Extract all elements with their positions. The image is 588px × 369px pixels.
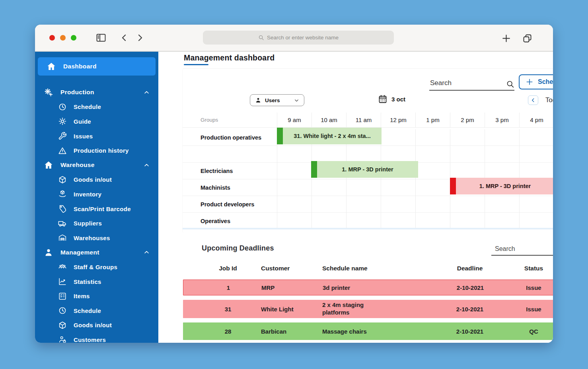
today-button[interactable]: Today	[545, 96, 553, 104]
sidebar-item-issues[interactable]: Issues	[35, 129, 158, 144]
address-bar-placeholder: Search or enter website name	[267, 35, 339, 41]
cell-job-id: 31	[183, 306, 261, 313]
sidebar-item-staff-groups[interactable]: Staff & Groups	[35, 260, 158, 274]
selected-date: 3 oct	[391, 96, 405, 103]
column-header-status: Status	[500, 265, 553, 272]
gantt-time-header: 4 pm	[519, 113, 553, 128]
sidebar-item-label: Schedule	[74, 103, 101, 110]
gantt-row-label: Machinists	[183, 179, 277, 196]
cell-schedule-name: 2 x 4m staging platforms	[322, 301, 388, 317]
person-icon	[44, 248, 53, 257]
warehouse-icon	[58, 233, 67, 242]
date-picker[interactable]: 3 oct	[378, 94, 405, 104]
users-dropdown-value: Users	[265, 97, 280, 103]
sidebar-item-schedule[interactable]: Schedule	[35, 100, 158, 115]
chevron-up-icon[interactable]	[144, 249, 150, 255]
add-schedule-button[interactable]: Schedule	[519, 74, 553, 89]
gantt-bar-white-light[interactable]: 31. White light - 2 x 4m sta...	[277, 128, 382, 144]
users-dropdown[interactable]: Users	[250, 94, 304, 106]
sidebar-item-schedule-management[interactable]: Schedule	[35, 303, 158, 318]
gantt-cell	[312, 213, 346, 229]
sidebar-item-label: Management	[60, 249, 99, 256]
clock-icon	[58, 103, 67, 111]
minimize-window-button[interactable]	[60, 35, 66, 41]
gantt-cell	[415, 146, 450, 163]
cell-deadline: 2-10-2021	[428, 306, 500, 313]
sidebar-item-statistics[interactable]: Statistics	[35, 274, 158, 289]
gantt-cell	[346, 213, 381, 229]
gantt-cell	[346, 196, 381, 213]
table-row[interactable]: 31 White Light 2 x 4m staging platforms …	[183, 300, 553, 318]
truck-icon	[58, 219, 67, 228]
deadlines-search-input[interactable]: Search	[495, 245, 515, 252]
gantt-time-header: 2 pm	[450, 113, 485, 128]
sidebar-item-label: Schedule	[74, 307, 101, 314]
gantt-cell	[485, 146, 519, 163]
box-hand-icon	[58, 190, 67, 198]
gantt-cell	[519, 213, 553, 229]
sidebar-toggle-icon[interactable]	[95, 32, 107, 43]
gantt-cell	[485, 196, 519, 213]
sidebar-item-label: Items	[74, 293, 90, 299]
sidebar-item-warehouses[interactable]: Warehouses	[35, 231, 158, 245]
table-row[interactable]: 28 Barbican Massage chairs 2-10-2021 QC	[183, 322, 553, 340]
gantt-cell	[415, 179, 450, 196]
address-bar[interactable]: Search or enter website name	[203, 31, 394, 45]
table-row[interactable]: 1 MRP 3d printer 2-10-2021 Issue	[183, 280, 553, 295]
sidebar-item-guide[interactable]: Guide	[35, 114, 158, 129]
previous-day-button[interactable]	[528, 95, 538, 105]
browser-back-button[interactable]	[119, 33, 129, 43]
sidebar-item-production-history[interactable]: Production history	[35, 143, 158, 158]
column-header-customer: Customer	[261, 265, 322, 272]
close-window-button[interactable]	[49, 35, 55, 41]
tab-overview-button[interactable]	[522, 33, 533, 44]
sidebar-item-inventory[interactable]: Inventory	[35, 187, 158, 202]
page-title: Management dashboard	[184, 53, 275, 62]
gantt-cell	[519, 129, 553, 146]
deadlines-search-underline	[491, 255, 553, 256]
gantt-cell	[381, 196, 415, 213]
sidebar-item-label: Production history	[74, 147, 129, 154]
gantt-row-label: Electricians	[183, 163, 277, 179]
gantt-time-header: 3 pm	[485, 113, 519, 128]
sidebar: Dashboard Production Schedule Guide Issu…	[35, 52, 158, 343]
sidebar-item-warehouse[interactable]: Warehouse	[35, 158, 158, 173]
search-icon[interactable]	[506, 80, 514, 88]
cell-job-id: 1	[183, 284, 261, 291]
sidebar-item-label: Customers	[74, 336, 106, 343]
gantt-cell	[312, 146, 346, 163]
sidebar-item-production[interactable]: Production	[35, 85, 158, 100]
sidebar-item-scan-print-barcode[interactable]: Scan/Print Barcode	[35, 202, 158, 216]
clock-icon	[58, 306, 67, 315]
deadlines-table: Job Id Customer Schedule name Deadline S…	[183, 262, 553, 340]
chevron-up-icon[interactable]	[144, 162, 150, 168]
sidebar-item-dashboard[interactable]: Dashboard	[38, 57, 156, 76]
new-tab-button[interactable]	[501, 33, 511, 43]
gantt-row-label: Production operatives	[183, 129, 277, 146]
gantt-bar-mrp-3d-printer[interactable]: 1. MRP - 3D printer	[311, 161, 418, 178]
gantt-bar-mrp-3d-printer-issue[interactable]: 1. MRP - 3D printer	[450, 178, 553, 194]
box-icon	[58, 321, 67, 330]
sidebar-item-suppliers[interactable]: Suppliers	[35, 216, 158, 231]
gantt-cell	[277, 213, 312, 229]
sidebar-item-goods-in-out[interactable]: Goods in/out	[35, 173, 158, 187]
sidebar-item-label: Dashboard	[63, 63, 97, 70]
sidebar-item-items[interactable]: Items	[35, 289, 158, 303]
gantt-cell	[346, 179, 381, 196]
home-icon	[47, 62, 56, 71]
sidebar-item-customers[interactable]: Customers	[35, 332, 158, 343]
gantt-time-header: 9 am	[277, 113, 312, 128]
person-icon	[255, 97, 261, 103]
gantt-cell	[485, 163, 519, 179]
chevron-up-icon[interactable]	[144, 89, 150, 95]
status-badge: Issue	[500, 284, 553, 291]
sidebar-item-management[interactable]: Management	[35, 245, 158, 260]
sidebar-item-goods-in-out-management[interactable]: Goods in/out	[35, 318, 158, 333]
maximize-window-button[interactable]	[71, 35, 76, 41]
gantt-cell	[519, 146, 553, 163]
browser-forward-button[interactable]	[135, 33, 145, 43]
gantt-search-input[interactable]: Search	[430, 79, 452, 87]
cell-deadline: 2-10-2021	[428, 284, 500, 291]
gantt-cell	[277, 179, 312, 196]
status-badge: QC	[500, 328, 553, 335]
